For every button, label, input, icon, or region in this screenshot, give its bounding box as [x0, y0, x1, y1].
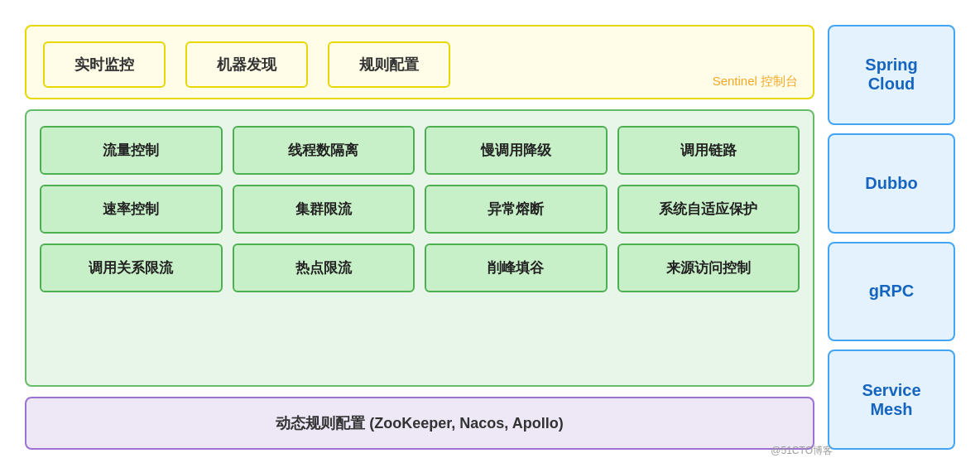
- sidebar-grpc: gRPC: [828, 242, 955, 342]
- watermark: @51CTO博客: [771, 444, 833, 458]
- right-sidebar: Spring Cloud Dubbo gRPC Service Mesh: [828, 25, 955, 450]
- feature-slow-degrade: 慢调用降级: [425, 126, 608, 175]
- feature-source-access: 来源访问控制: [617, 243, 800, 292]
- sentinel-box-config: 规则配置: [328, 41, 450, 88]
- feature-thread-isolation: 线程数隔离: [233, 126, 416, 175]
- features-row-3: 调用关系限流 热点限流 削峰填谷 来源访问控制: [40, 243, 800, 292]
- feature-adaptive-protect: 系统自适应保护: [617, 185, 800, 234]
- features-row-2: 速率控制 集群限流 异常熔断 系统自适应保护: [40, 185, 800, 234]
- sidebar-service-mesh: Service Mesh: [828, 350, 955, 450]
- sentinel-section: 实时监控 机器发现 规则配置 Sentinel 控制台: [25, 25, 814, 99]
- features-row-1: 流量控制 线程数隔离 慢调用降级 调用链路: [40, 126, 800, 175]
- feature-circuit-break: 异常熔断: [425, 185, 608, 234]
- feature-flow-control: 流量控制: [40, 126, 223, 175]
- feature-hotspot-limit: 热点限流: [233, 243, 416, 292]
- dynamic-section: 动态规则配置 (ZooKeeper, Nacos, Apollo): [25, 397, 814, 450]
- feature-call-chain: 调用链路: [617, 126, 800, 175]
- sentinel-box-discovery: 机器发现: [185, 41, 308, 88]
- feature-rate-control: 速率控制: [40, 185, 223, 234]
- sidebar-spring-cloud: Spring Cloud: [828, 25, 955, 125]
- feature-peak-shaving: 削峰填谷: [425, 243, 608, 292]
- sentinel-label: Sentinel 控制台: [713, 74, 798, 89]
- features-section: 流量控制 线程数隔离 慢调用降级 调用链路 速率控制 集群限流 异常熔断 系统自…: [25, 109, 814, 387]
- feature-relation-limit: 调用关系限流: [40, 243, 223, 292]
- main-area: 实时监控 机器发现 规则配置 Sentinel 控制台 流量控制 线程数隔离 慢…: [25, 25, 814, 450]
- feature-cluster-limit: 集群限流: [233, 185, 416, 234]
- diagram-wrapper: 实时监控 机器发现 规则配置 Sentinel 控制台 流量控制 线程数隔离 慢…: [8, 8, 972, 458]
- sidebar-dubbo: Dubbo: [828, 133, 955, 234]
- sentinel-box-monitor: 实时监控: [43, 41, 166, 88]
- sentinel-boxes: 实时监控 机器发现 规则配置: [43, 41, 796, 88]
